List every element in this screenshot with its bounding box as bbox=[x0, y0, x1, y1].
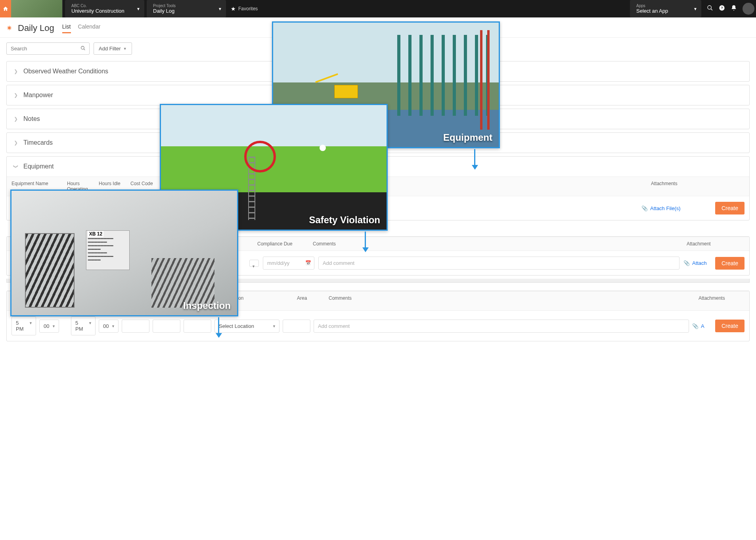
inspector-input[interactable] bbox=[184, 320, 211, 333]
crane-graphic bbox=[334, 85, 358, 98]
svg-point-4 bbox=[81, 46, 84, 50]
paperclip-icon: 📎 bbox=[641, 205, 648, 211]
col-attachments: Attachments bbox=[646, 177, 718, 196]
col-comments: Comments bbox=[324, 291, 694, 310]
add-filter-label: Add Filter bbox=[99, 46, 121, 52]
section-label: Notes bbox=[23, 115, 40, 123]
caret-down-icon: ▼ bbox=[218, 7, 222, 11]
start-min-select[interactable]: 00▼ bbox=[39, 320, 59, 333]
end-hour-select[interactable]: 5 PM▼ bbox=[71, 316, 96, 335]
tab-calendar[interactable]: Calendar bbox=[78, 23, 101, 33]
paperclip-icon: 📎 bbox=[683, 260, 690, 266]
create-button[interactable]: Create bbox=[715, 257, 745, 270]
add-filter-button[interactable]: Add Filter ▼ bbox=[94, 42, 132, 55]
favorites-label: Favorites bbox=[238, 6, 258, 11]
apps-value: Select an App bbox=[636, 8, 695, 14]
comments-input[interactable] bbox=[314, 320, 689, 333]
comments-input[interactable] bbox=[318, 257, 679, 270]
caret-down-icon: ▼ bbox=[123, 47, 127, 51]
page-title: Daily Log bbox=[18, 23, 54, 33]
insp-type-input[interactable] bbox=[122, 320, 149, 333]
chevron-right-icon: ❯ bbox=[14, 140, 18, 146]
col-attachments: Attachments bbox=[694, 291, 722, 310]
search-icon[interactable] bbox=[80, 46, 86, 52]
company-label: ABC Co. bbox=[71, 4, 138, 8]
section-label: Observed Weather Conditions bbox=[23, 68, 108, 75]
start-hour-select[interactable]: 5 PM▼ bbox=[11, 316, 36, 335]
home-button[interactable] bbox=[0, 0, 11, 17]
caret-down-icon: ▼ bbox=[29, 321, 33, 325]
end-min-select[interactable]: 00▼ bbox=[99, 320, 119, 333]
bell-icon[interactable] bbox=[731, 5, 737, 13]
svg-line-5 bbox=[84, 49, 85, 50]
chevron-right-icon: ❯ bbox=[14, 92, 18, 98]
star-icon: ★ bbox=[231, 6, 236, 12]
tools-label: Project Tools bbox=[153, 4, 220, 8]
svg-point-0 bbox=[708, 6, 711, 9]
safety-dropdown[interactable]: ▼ bbox=[249, 260, 259, 267]
vent-graphic bbox=[25, 233, 75, 308]
col-compliance-due: Compliance Due bbox=[253, 237, 308, 251]
calendar-icon[interactable]: 📅 bbox=[305, 260, 311, 266]
company-value: University Construction bbox=[71, 8, 138, 14]
help-icon[interactable]: ? bbox=[719, 5, 725, 13]
search-icon[interactable] bbox=[707, 5, 713, 13]
favorites[interactable]: ★ Favorites bbox=[226, 0, 262, 17]
attach-label: A bbox=[701, 323, 704, 329]
overlay-caption: Safety Violation bbox=[309, 214, 380, 226]
attach-link[interactable]: 📎 Attach bbox=[683, 260, 711, 266]
arrow-down-icon bbox=[218, 317, 219, 337]
attach-files-link[interactable]: 📎 Attach File(s) bbox=[641, 205, 713, 211]
caret-down-icon: ▼ bbox=[693, 7, 697, 11]
create-button[interactable]: Create bbox=[715, 320, 745, 332]
user-avatar[interactable] bbox=[743, 3, 754, 15]
section-label: Equipment bbox=[23, 163, 54, 170]
area-input[interactable] bbox=[283, 320, 310, 333]
section-label: Timecards bbox=[23, 139, 53, 146]
apps-dropdown[interactable]: Apps Select an App ▼ bbox=[630, 0, 701, 17]
apps-label: Apps bbox=[636, 4, 695, 8]
overlay-caption: Inspection bbox=[183, 300, 231, 311]
tools-value: Daily Log bbox=[153, 8, 220, 14]
chevron-right-icon: ❯ bbox=[14, 69, 18, 74]
company-dropdown[interactable]: ABC Co. University Construction ▼ bbox=[65, 0, 144, 17]
tools-dropdown[interactable]: Project Tools Daily Log ▼ bbox=[147, 0, 226, 17]
paperclip-icon: 📎 bbox=[692, 323, 699, 329]
worker-graphic bbox=[320, 145, 326, 151]
svg-text:?: ? bbox=[721, 6, 723, 10]
col-area: Area bbox=[292, 291, 324, 310]
attach-label: Attach File(s) bbox=[650, 205, 681, 211]
equipment-label-sticker: XB 12 ▬▬▬▬▬▬▬▬▬▬▬▬▬▬▬▬▬▬▬▬▬▬▬▬▬▬▬▬▬▬▬▬▬▬… bbox=[86, 230, 130, 270]
overlay-inspection-photo: XB 12 ▬▬▬▬▬▬▬▬▬▬▬▬▬▬▬▬▬▬▬▬▬▬▬▬▬▬▬▬▬▬▬▬▬▬… bbox=[10, 190, 238, 316]
insp-entity-input[interactable] bbox=[153, 320, 180, 333]
overlay-caption: Equipment bbox=[443, 132, 492, 143]
project-thumbnail[interactable] bbox=[11, 0, 63, 17]
arrow-down-icon bbox=[474, 149, 475, 169]
attach-link[interactable]: 📎 A bbox=[692, 323, 712, 329]
top-nav: ABC Co. University Construction ▼ Projec… bbox=[0, 0, 756, 17]
tab-list[interactable]: List bbox=[62, 23, 71, 33]
chevron-right-icon: ❯ bbox=[14, 116, 18, 122]
location-select[interactable]: Select Location▼ bbox=[214, 320, 279, 333]
search-input[interactable] bbox=[6, 42, 90, 55]
gear-icon[interactable]: ✷ bbox=[6, 24, 12, 33]
arrow-down-icon bbox=[365, 232, 366, 251]
caret-down-icon: ▼ bbox=[272, 324, 276, 328]
caret-down-icon: ▼ bbox=[52, 324, 56, 328]
create-button[interactable]: Create bbox=[715, 202, 745, 214]
section-label: Manpower bbox=[23, 92, 53, 99]
caret-down-icon: ▼ bbox=[88, 321, 92, 325]
caret-down-icon: ▼ bbox=[111, 324, 115, 328]
attach-label: Attach bbox=[692, 260, 707, 266]
caret-down-icon: ▼ bbox=[136, 7, 140, 11]
col-attachments: Attachment bbox=[682, 237, 718, 251]
violation-circle bbox=[244, 141, 276, 172]
caret-down-icon: ▼ bbox=[252, 264, 255, 268]
chevron-down-icon: ❯ bbox=[13, 165, 19, 169]
svg-line-1 bbox=[711, 9, 712, 10]
